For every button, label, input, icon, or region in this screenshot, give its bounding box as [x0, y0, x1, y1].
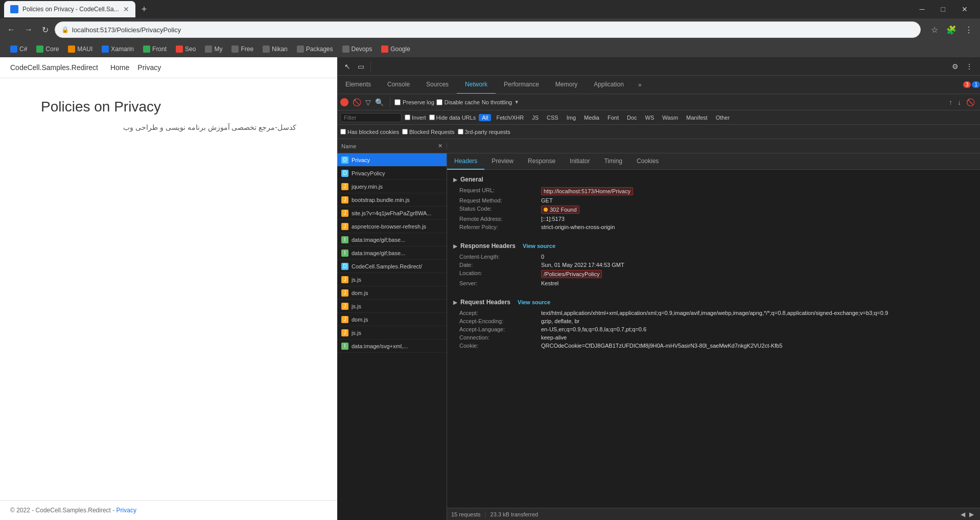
net-item-jquery[interactable]: J jquery.min.js: [337, 180, 447, 193]
back-button[interactable]: ←: [4, 23, 18, 36]
tab-sources[interactable]: Sources: [418, 76, 457, 94]
net-item-gif2[interactable]: I data:image/gif;base...: [337, 246, 447, 260]
footer-privacy-link[interactable]: Privacy: [116, 507, 136, 514]
bookmark-nikan[interactable]: Nikan: [259, 44, 292, 54]
net-item-jsjs1[interactable]: J js.js: [337, 273, 447, 286]
tab-performance[interactable]: Performance: [496, 76, 547, 94]
close-details-icon[interactable]: ✕: [438, 143, 442, 149]
close-button[interactable]: ✕: [953, 0, 976, 18]
bookmark-devops[interactable]: Devops: [338, 44, 377, 54]
general-section-header[interactable]: ▶ General: [453, 174, 974, 185]
disable-cache-checkbox[interactable]: Disable cache: [436, 99, 480, 105]
net-item-jsjs2[interactable]: J js.js: [337, 300, 447, 313]
detail-tab-cookies[interactable]: Cookies: [629, 153, 666, 170]
refresh-button[interactable]: ↻: [39, 23, 52, 37]
bookmark-google[interactable]: Google: [377, 44, 414, 54]
net-item-sitejs[interactable]: J site.js?v=4q1jwFhaPaZgr8WA...: [337, 207, 447, 220]
detail-tab-headers[interactable]: Headers: [447, 153, 484, 170]
filter-tag-doc[interactable]: Doc: [624, 114, 640, 121]
scroll-right-icon[interactable]: ▶: [967, 511, 976, 518]
net-item-privacy[interactable]: D Privacy: [337, 153, 447, 167]
filter-icon[interactable]: ▽: [365, 98, 371, 106]
third-party-checkbox[interactable]: 3rd-party requests: [458, 129, 510, 135]
filter-tag-ws[interactable]: WS: [642, 114, 658, 121]
scroll-left-icon[interactable]: ◀: [959, 511, 967, 518]
new-tab-button[interactable]: +: [137, 2, 151, 17]
stop-icon[interactable]: 🚫: [351, 97, 363, 107]
bookmark-star-icon[interactable]: ☆: [928, 23, 941, 37]
export-icon[interactable]: ↓: [955, 97, 963, 107]
detail-tab-response[interactable]: Response: [521, 153, 563, 170]
nav-privacy-link[interactable]: Privacy: [137, 63, 161, 72]
bookmark-seo[interactable]: Seo: [172, 44, 200, 54]
filter-input[interactable]: [340, 113, 402, 122]
blocked-cookies-checkbox[interactable]: Has blocked cookies: [340, 129, 399, 135]
net-item-privacypolicy[interactable]: D PrivacyPolicy: [337, 167, 447, 180]
filter-tag-font[interactable]: Font: [604, 114, 622, 121]
bookmark-core[interactable]: Core: [32, 44, 63, 54]
preserve-log-input[interactable]: [394, 99, 401, 105]
net-item-svg[interactable]: I data:image/svg+xml,...: [337, 340, 447, 353]
search-icon[interactable]: 🔍: [373, 97, 386, 107]
hide-data-urls-checkbox[interactable]: Hide data URLs: [429, 115, 476, 121]
throttle-select[interactable]: No throttling: [482, 99, 512, 105]
inspect-icon[interactable]: ▭: [355, 60, 367, 73]
tab-application[interactable]: Application: [586, 76, 632, 94]
tab-memory[interactable]: Memory: [547, 76, 586, 94]
filter-tag-other[interactable]: Other: [713, 114, 733, 121]
filter-tag-wasm[interactable]: Wasm: [659, 114, 681, 121]
filter-tag-media[interactable]: Media: [581, 114, 602, 121]
third-party-input[interactable]: [458, 129, 463, 134]
blocked-requests-checkbox[interactable]: Blocked Requests: [402, 129, 455, 135]
bookmark-maui[interactable]: MAUI: [64, 44, 97, 54]
invert-checkbox[interactable]: Invert: [405, 115, 426, 121]
bookmark-csharp[interactable]: C#: [6, 44, 31, 54]
bookmark-xamarin[interactable]: Xamarin: [98, 44, 138, 54]
filter-tag-all[interactable]: All: [479, 114, 491, 121]
detail-tab-preview[interactable]: Preview: [484, 153, 521, 170]
bookmark-free[interactable]: Free: [227, 44, 258, 54]
disable-cache-input[interactable]: [436, 99, 442, 105]
more-tabs-button[interactable]: »: [634, 81, 646, 88]
net-item-domjs2[interactable]: J dom.js: [337, 313, 447, 326]
bookmark-front[interactable]: Front: [139, 44, 171, 54]
preserve-log-checkbox[interactable]: Preserve log: [394, 99, 434, 105]
tab-console[interactable]: Console: [379, 76, 418, 94]
net-item-gif1[interactable]: I data:image/gif;base...: [337, 233, 447, 246]
cursor-icon[interactable]: ↖: [341, 60, 354, 73]
import-icon[interactable]: ↑: [947, 97, 954, 107]
detail-tab-initiator[interactable]: Initiator: [563, 153, 597, 170]
tab-close-button[interactable]: ✕: [123, 5, 129, 13]
request-headers-section-header[interactable]: ▶ Request Headers View source: [453, 297, 974, 308]
detail-tab-timing[interactable]: Timing: [597, 153, 629, 170]
net-item-codecell[interactable]: D CodeCell.Samples.Redirect/: [337, 260, 447, 273]
net-item-bootstrap[interactable]: J bootstrap.bundle.min.js: [337, 193, 447, 207]
filter-tag-css[interactable]: CSS: [544, 114, 562, 121]
tab-network[interactable]: Network: [457, 76, 496, 94]
filter-tag-manifest[interactable]: Manifest: [683, 114, 711, 121]
filter-tag-js[interactable]: JS: [529, 114, 542, 121]
extensions-icon[interactable]: 🧩: [943, 23, 960, 37]
net-item-aspnetcore[interactable]: J aspnetcore-browser-refresh.js: [337, 220, 447, 233]
tab-elements[interactable]: Elements: [337, 76, 379, 94]
request-view-source-link[interactable]: View source: [518, 299, 550, 305]
blocked-requests-input[interactable]: [402, 129, 408, 134]
minimize-button[interactable]: ─: [912, 0, 933, 18]
url-bar[interactable]: 🔒 localhost:5173/Policies/PrivacyPolicy: [55, 21, 921, 38]
net-item-jsjs3[interactable]: J js.js: [337, 326, 447, 340]
bookmark-packages[interactable]: Packages: [293, 44, 337, 54]
filter-tag-img[interactable]: Img: [564, 114, 579, 121]
settings-icon[interactable]: ⚙: [949, 60, 962, 73]
bookmark-my[interactable]: My: [201, 44, 226, 54]
clear-icon[interactable]: 🚫: [964, 97, 977, 107]
maximize-button[interactable]: □: [933, 0, 953, 18]
net-item-domjs1[interactable]: J dom.js: [337, 286, 447, 300]
blocked-cookies-input[interactable]: [340, 129, 346, 134]
view-source-link[interactable]: View source: [523, 243, 555, 249]
record-button[interactable]: [340, 98, 348, 106]
filter-tag-fetch[interactable]: Fetch/XHR: [493, 114, 527, 121]
forward-button[interactable]: →: [21, 23, 36, 36]
more-options-icon[interactable]: ⋮: [963, 60, 976, 73]
hide-data-urls-input[interactable]: [429, 115, 435, 120]
active-tab[interactable]: Policies on Privacy - CodeCell.Sa... ✕: [4, 1, 135, 17]
